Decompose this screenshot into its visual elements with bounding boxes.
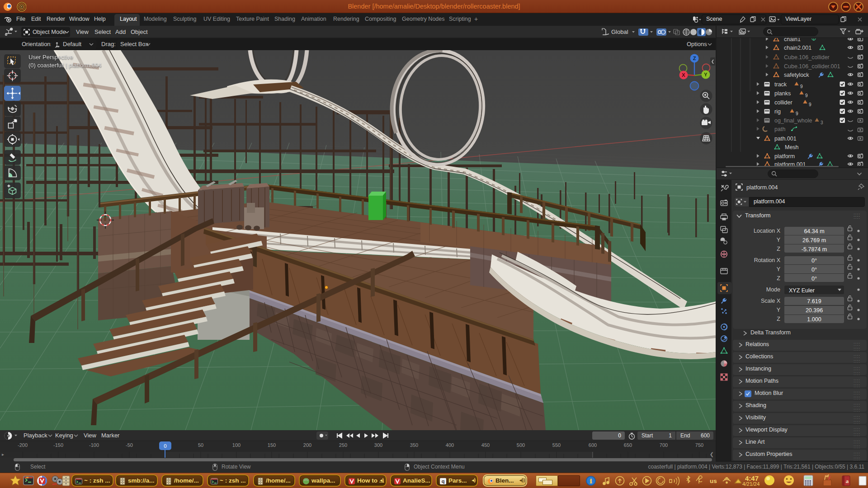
- svg-text:planks: planks: [774, 90, 791, 97]
- svg-text:path.001: path.001: [774, 136, 797, 142]
- svg-text:500: 500: [517, 442, 525, 448]
- svg-text:Mode: Mode: [766, 286, 780, 293]
- svg-text:-200: -200: [18, 442, 28, 448]
- svg-text:450: 450: [481, 442, 490, 448]
- svg-text:9: 9: [809, 102, 811, 107]
- svg-text:-5.7874 m: -5.7874 m: [802, 246, 827, 253]
- svg-text:-100: -100: [89, 442, 99, 448]
- svg-text:Scale X: Scale X: [761, 298, 781, 304]
- svg-text:9: 9: [796, 111, 798, 116]
- svg-text:Y: Y: [777, 266, 781, 272]
- svg-text:path: path: [774, 126, 785, 132]
- svg-text:0°: 0°: [811, 258, 817, 264]
- svg-text:i: i: [590, 478, 592, 484]
- svg-text:chain2.001: chain2.001: [784, 45, 811, 51]
- svg-text:platform: platform: [774, 153, 795, 160]
- svg-text:0: 0: [164, 443, 166, 449]
- svg-text:us: us: [710, 478, 717, 484]
- svg-text:Z: Z: [777, 246, 780, 252]
- svg-text:safetylock: safetylock: [784, 72, 809, 78]
- svg-text:Y: Y: [777, 307, 781, 313]
- svg-text:300: 300: [374, 442, 382, 448]
- svg-text:track: track: [774, 81, 787, 88]
- svg-text:750: 750: [695, 442, 703, 448]
- svg-text:350: 350: [410, 442, 418, 448]
- svg-text:XYZ Euler: XYZ Euler: [789, 287, 815, 294]
- svg-text:50: 50: [198, 442, 203, 448]
- svg-text:Mesh: Mesh: [785, 144, 799, 150]
- svg-text:Y: Y: [777, 237, 781, 243]
- svg-text:9: 9: [800, 84, 803, 89]
- svg-text:Z: Z: [777, 275, 780, 282]
- svg-text:og_final_whole: og_final_whole: [774, 117, 812, 124]
- svg-text:Rotation X: Rotation X: [754, 257, 781, 263]
- svg-text:-50: -50: [126, 442, 133, 448]
- svg-text:Location X: Location X: [754, 228, 781, 234]
- svg-text:550: 550: [552, 442, 561, 448]
- svg-text:chain1: chain1: [784, 38, 801, 42]
- svg-text:Z: Z: [777, 316, 780, 322]
- svg-text:0°: 0°: [811, 276, 817, 282]
- svg-text:700: 700: [660, 442, 668, 448]
- svg-text:64.34 m: 64.34 m: [804, 228, 824, 235]
- svg-text:Y: Y: [704, 72, 708, 77]
- svg-text:q: q: [442, 479, 445, 484]
- svg-text:rig: rig: [774, 108, 781, 115]
- svg-text:Cube.106_collider: Cube.106_collider: [784, 54, 830, 61]
- svg-text:26.769 m: 26.769 m: [802, 237, 826, 244]
- svg-text:0°: 0°: [811, 267, 817, 273]
- svg-text:1.000: 1.000: [807, 316, 821, 323]
- svg-text:Global: Global: [611, 28, 628, 35]
- svg-text:20.396: 20.396: [806, 307, 823, 314]
- svg-text:a: a: [846, 478, 849, 484]
- svg-text:7.619: 7.619: [807, 298, 821, 305]
- svg-text:200: 200: [303, 442, 311, 448]
- svg-text:9: 9: [805, 93, 808, 98]
- svg-text:600: 600: [589, 442, 597, 448]
- svg-text:100: 100: [232, 442, 241, 448]
- svg-text:150: 150: [268, 442, 276, 448]
- svg-text:Cube.106_collider.001: Cube.106_collider.001: [784, 63, 840, 70]
- svg-text:▸: ▸: [2, 452, 4, 457]
- svg-text:650: 650: [624, 442, 632, 448]
- svg-text:X: X: [682, 72, 685, 78]
- svg-text:Z: Z: [693, 56, 696, 61]
- svg-text:collider: collider: [774, 99, 793, 106]
- svg-text:250: 250: [339, 442, 347, 448]
- svg-text:-150: -150: [53, 442, 63, 448]
- svg-text:400: 400: [446, 442, 454, 448]
- svg-text:3: 3: [821, 120, 823, 125]
